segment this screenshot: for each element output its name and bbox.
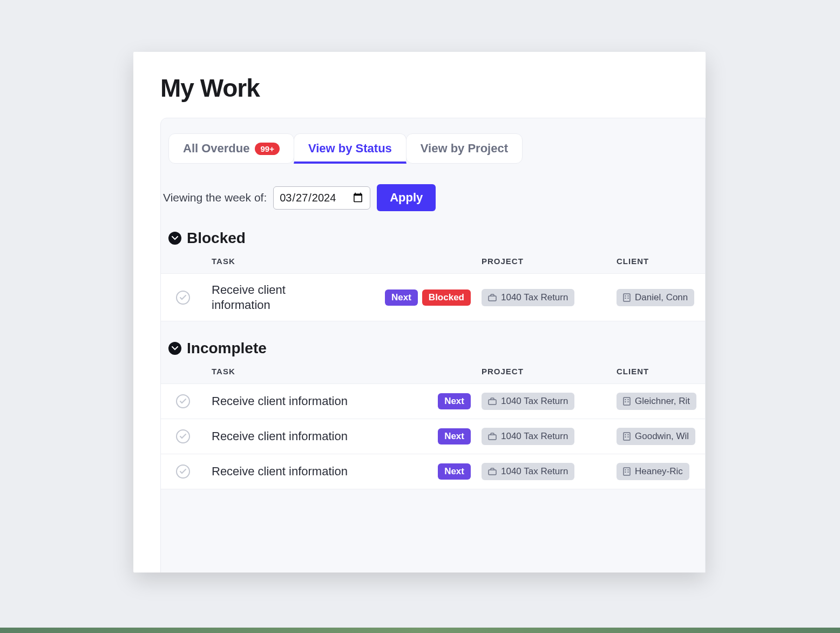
briefcase-icon — [488, 294, 497, 301]
svg-rect-12 — [489, 435, 496, 440]
col-project: PROJECT — [482, 257, 617, 266]
tab-label: View by Status — [308, 142, 392, 156]
col-project: PROJECT — [482, 367, 617, 376]
svg-rect-1 — [624, 294, 630, 301]
building-icon — [623, 293, 631, 302]
svg-rect-11 — [628, 401, 629, 402]
svg-rect-3 — [628, 295, 629, 297]
chevron-down-icon — [168, 342, 181, 355]
section-blocked: Blocked TASK PROJECT CLIENT — [161, 230, 705, 321]
building-icon — [623, 432, 631, 441]
task-name: Receive client information — [212, 464, 348, 479]
apply-button[interactable]: Apply — [377, 184, 436, 211]
svg-rect-15 — [628, 434, 629, 435]
section-incomplete: Incomplete TASK PROJECT CLIENT Receive c… — [161, 340, 705, 489]
briefcase-icon — [488, 398, 497, 405]
work-panel: All Overdue 99+ View by Status View by P… — [160, 118, 706, 573]
complete-checkbox[interactable] — [176, 291, 190, 305]
week-label: Viewing the week of: — [163, 191, 267, 204]
svg-rect-7 — [624, 398, 630, 405]
project-pill[interactable]: 1040 Tax Return — [482, 393, 574, 410]
status-chip-next: Next — [385, 289, 418, 306]
week-date-input[interactable] — [273, 186, 370, 210]
chevron-down-icon — [168, 232, 181, 245]
svg-rect-13 — [624, 433, 630, 440]
svg-rect-4 — [625, 298, 626, 299]
client-pill[interactable]: Daniel, Conn — [617, 289, 694, 306]
project-name: 1040 Tax Return — [501, 431, 568, 442]
section-title: Incomplete — [187, 340, 267, 357]
table-row[interactable]: Receive client information Next 1040 Tax… — [161, 384, 705, 419]
svg-rect-16 — [625, 436, 626, 437]
tab-view-by-status[interactable]: View by Status — [294, 133, 407, 164]
table-header: TASK PROJECT CLIENT — [161, 257, 705, 266]
svg-rect-20 — [625, 469, 626, 470]
building-icon — [623, 467, 631, 476]
status-chip-next: Next — [438, 463, 471, 480]
project-name: 1040 Tax Return — [501, 396, 568, 407]
briefcase-icon — [488, 468, 497, 475]
client-name: Gleichner, Rit — [635, 396, 690, 407]
project-name: 1040 Tax Return — [501, 466, 568, 477]
status-chip-next: Next — [438, 428, 471, 445]
status-chip-next: Next — [438, 393, 471, 409]
complete-checkbox[interactable] — [176, 429, 190, 443]
svg-rect-18 — [489, 470, 496, 475]
svg-rect-19 — [624, 468, 630, 475]
col-client: CLIENT — [617, 257, 706, 266]
tabs: All Overdue 99+ View by Status View by P… — [168, 133, 705, 164]
task-name: Receive client information — [212, 282, 325, 312]
svg-rect-10 — [625, 401, 626, 402]
app-card: My Work All Overdue 99+ View by Status V… — [133, 52, 706, 573]
section-toggle-incomplete[interactable]: Incomplete — [168, 340, 705, 357]
status-chip-blocked: Blocked — [422, 289, 471, 306]
svg-rect-17 — [628, 436, 629, 437]
svg-rect-22 — [625, 472, 626, 473]
week-filter-row: Viewing the week of: Apply — [163, 184, 705, 211]
svg-rect-5 — [628, 298, 629, 299]
svg-rect-23 — [628, 472, 629, 473]
tab-all-overdue[interactable]: All Overdue 99+ — [168, 133, 294, 164]
table-row[interactable]: Receive client information Next 1040 Tax… — [161, 454, 705, 489]
building-icon — [623, 397, 631, 406]
client-pill[interactable]: Goodwin, Wil — [617, 428, 695, 445]
svg-rect-21 — [628, 469, 629, 470]
complete-checkbox[interactable] — [176, 394, 190, 408]
table-row[interactable]: Receive client information Next Blocked … — [161, 274, 705, 321]
client-name: Heaney-Ric — [635, 466, 683, 477]
complete-checkbox[interactable] — [176, 464, 190, 479]
client-name: Goodwin, Wil — [635, 431, 689, 442]
project-pill[interactable]: 1040 Tax Return — [482, 463, 574, 480]
project-pill[interactable]: 1040 Tax Return — [482, 289, 574, 306]
decorative-strip — [0, 628, 840, 633]
svg-rect-6 — [489, 400, 496, 405]
task-name: Receive client information — [212, 429, 348, 444]
col-client: CLIENT — [617, 367, 706, 376]
project-pill[interactable]: 1040 Tax Return — [482, 428, 574, 445]
client-name: Daniel, Conn — [635, 292, 688, 303]
svg-rect-9 — [628, 399, 629, 400]
tab-label: All Overdue — [183, 142, 249, 156]
col-task: TASK — [212, 367, 482, 376]
project-name: 1040 Tax Return — [501, 292, 568, 303]
section-title: Blocked — [187, 230, 246, 247]
col-task: TASK — [212, 257, 482, 266]
svg-rect-0 — [489, 296, 496, 301]
tab-label: View by Project — [421, 142, 508, 156]
section-toggle-blocked[interactable]: Blocked — [168, 230, 705, 247]
page-title: My Work — [160, 73, 706, 103]
table-header: TASK PROJECT CLIENT — [161, 367, 705, 376]
table-row[interactable]: Receive client information Next 1040 Tax… — [161, 419, 705, 454]
svg-rect-2 — [625, 295, 626, 297]
client-pill[interactable]: Gleichner, Rit — [617, 393, 696, 410]
task-name: Receive client information — [212, 394, 348, 409]
svg-rect-14 — [625, 434, 626, 435]
briefcase-icon — [488, 433, 497, 440]
client-pill[interactable]: Heaney-Ric — [617, 463, 689, 480]
svg-rect-8 — [625, 399, 626, 400]
tab-view-by-project[interactable]: View by Project — [406, 133, 523, 164]
overdue-badge: 99+ — [255, 143, 279, 155]
